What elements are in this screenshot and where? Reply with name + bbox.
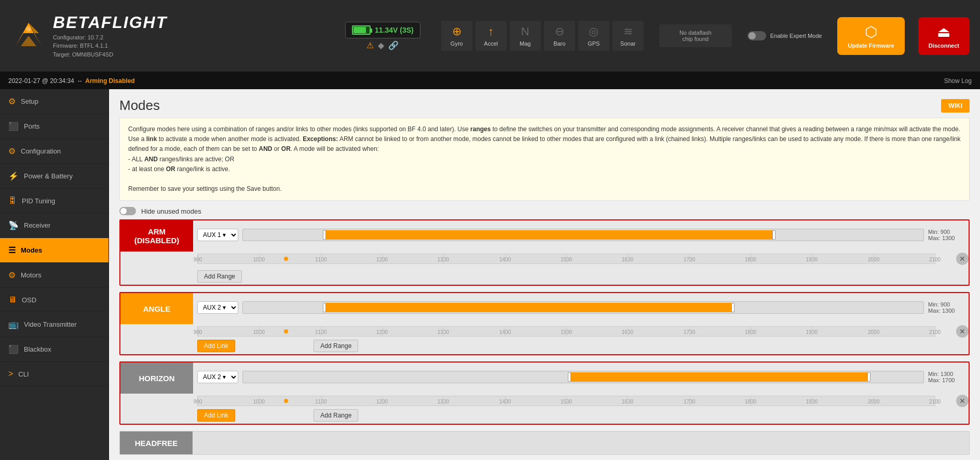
sidebar-item-receiver-label: Receiver [24,221,50,229]
show-log-button[interactable]: Show Log [944,77,972,85]
pid-tuning-icon: 🎛 [8,196,17,205]
gps-label: GPS [588,40,600,47]
mode-horizon-handle-left[interactable] [568,372,571,382]
disconnect-button[interactable]: ⏏ Disconnect [918,17,970,55]
sidebar-item-cli[interactable]: > CLI [0,362,108,386]
sidebar-item-osd-label: OSD [22,296,36,304]
tick-1000 [259,254,260,263]
tick-1800 [751,254,751,263]
logo-beta: BETA [53,13,101,32]
sensor-baro[interactable]: ⊖ Baro [544,21,575,51]
mode-angle-range-row: AUX 2 ▾ Min: 900 Max: 1300 [197,301,964,314]
mode-angle-handle-right[interactable] [731,303,734,312]
sidebar-item-modes-label: Modes [21,246,42,254]
mode-horizon-aux-select[interactable]: AUX 2 ▾ [197,371,238,383]
sidebar-item-motors[interactable]: ⚙ Motors [0,263,108,288]
osd-icon: 🖥 [8,295,17,304]
mode-horizon-max: Max: 1700 [928,377,964,383]
mag-label: Mag [520,40,530,47]
logo-sub: Configurator: 10.7.2 Firmware: BTFL 4.1.… [53,33,167,59]
mode-headfree-controls [193,440,969,446]
sidebar-item-setup[interactable]: ⚙ Setup [0,89,108,114]
wiki-button[interactable]: WIKI [941,99,970,113]
mode-angle-aux-select[interactable]: AUX 2 ▾ [197,301,238,314]
expert-mode-toggle[interactable]: Enable Expert Mode [747,31,822,40]
mode-angle-row: ANGLE AUX 2 ▾ Min: [120,293,969,324]
info-text-main: Configure modes here using a combination… [128,124,961,155]
configuration-icon: ⚙ [8,146,16,156]
sonar-label: Sonar [620,40,635,47]
sidebar-item-blackbox[interactable]: ⬛ Blackbox [0,337,108,362]
mode-horizon-add-link-button[interactable]: Add Link [197,409,235,422]
mode-arm-ruler-row: 900 1000 1100 1200 1300 1400 1500 1600 1… [120,252,969,268]
sensor-mag[interactable]: N Mag [510,21,541,51]
sidebar-item-power-battery[interactable]: ⚡ Power & Battery [0,164,108,189]
hide-unused-toggle[interactable] [119,207,136,215]
info-text-line3: - at least one OR range/link is active. [128,164,961,174]
sidebar-item-modes[interactable]: ☰ Modes [0,238,108,263]
mode-angle-max: Max: 1300 [928,308,964,314]
sidebar: ⚙ Setup ⬛ Ports ⚙ Configuration ⚡ Power … [0,89,109,460]
mode-horizon-filled [569,372,869,382]
sidebar-item-ports[interactable]: ⬛ Ports [0,114,108,139]
mode-horizon-range-bar[interactable] [242,371,924,383]
sonar-icon: ≋ [623,25,633,38]
power-battery-icon: ⚡ [8,171,19,181]
sidebar-item-video-transmitter[interactable]: 📺 Video Transmitter [0,312,108,337]
sidebar-item-configuration-label: Configuration [21,147,61,155]
sensor-gyro[interactable]: ⊕ Gyro [441,21,472,51]
svg-point-3 [26,26,31,32]
mode-angle-range-bar[interactable] [242,301,924,314]
mode-headfree-label: HEADFREE [120,431,193,454]
mode-arm-remove-button[interactable]: ✕ [956,253,969,265]
hide-unused-label[interactable]: Hide unused modes [141,207,201,215]
info-text-line2: - ALL AND ranges/links are active; OR [128,155,961,164]
mode-horizon-add-range-button[interactable]: Add Range [314,409,358,422]
sensor-sonar[interactable]: ≋ Sonar [612,21,644,51]
mode-arm-aux-select[interactable]: AUX 1 ▾ [197,229,238,241]
mode-angle-remove-button[interactable]: ✕ [956,325,969,338]
mode-horizon-remove-button[interactable]: ✕ [956,395,969,407]
sensor-accel[interactable]: ↑ Accel [475,21,507,51]
mode-horizon-handle-right[interactable] [867,372,870,382]
mode-arm-handle-left[interactable] [323,230,326,240]
mode-arm-range-row: AUX 1 ▾ Min: 900 Max: 1300 [197,229,964,241]
mode-horizon-indicator [284,399,288,403]
mode-angle-handle-left[interactable] [323,303,326,312]
main-layout: ⚙ Setup ⬛ Ports ⚙ Configuration ⚡ Power … [0,89,980,460]
content-area: Modes WIKI Configure modes here using a … [109,89,980,460]
mode-angle-add-range-button[interactable]: Add Range [314,340,358,352]
mode-horizon-controls: AUX 2 ▾ Min: 1300 Max: 1700 [193,363,969,394]
blackbox-icon: ⬛ [8,344,19,354]
sidebar-item-pid-tuning-label: PID Tuning [22,197,55,205]
logo-betaflight: BETAFLIGHT [53,13,167,32]
warning-icons: ⚠ ◆ 🔗 [366,40,399,50]
tick-1700 [689,254,690,263]
sidebar-item-receiver[interactable]: 📡 Receiver [0,213,108,238]
expert-mode-switch[interactable] [747,31,766,40]
mode-arm-wrapper: ARM(DISABLED) AUX 1 ▾ [119,219,970,286]
mode-angle-wrapper: ANGLE AUX 2 ▾ Min: [119,292,970,355]
baro-label: Baro [553,40,565,47]
hide-unused-knob [120,208,127,214]
page-header: Modes WIKI [109,89,980,118]
sidebar-item-osd[interactable]: 🖥 OSD [0,288,108,312]
accel-icon: ↑ [488,25,494,38]
mode-horizon-minmax: Min: 1300 Max: 1700 [928,371,964,383]
mode-arm-label: ARM(DISABLED) [120,220,193,252]
update-firmware-button[interactable]: ⬡ Update Firmware [837,17,904,55]
mode-arm-add-range-button[interactable]: Add Range [197,270,242,283]
sidebar-item-configuration[interactable]: ⚙ Configuration [0,139,108,164]
mode-arm-handle-right[interactable] [772,230,775,240]
mode-angle-add-link-button[interactable]: Add Link [197,340,235,352]
mode-arm-range-bar[interactable] [242,229,924,241]
status-bar: 2022-01-27 @ 20:34:34 -- Arming Disabled… [0,73,980,89]
mode-horizon-ruler-row: 900 1000 1100 1200 1300 1400 1500 1600 1… [120,394,969,408]
gps-icon: ◎ [589,25,598,38]
sidebar-item-pid-tuning[interactable]: 🎛 PID Tuning [0,189,108,213]
sensor-gps[interactable]: ◎ GPS [578,21,609,51]
tick-1200 [382,254,383,263]
hide-unused-row: Hide unused modes [119,207,970,215]
diamond-icon: ◆ [378,40,384,50]
receiver-icon: 📡 [8,220,19,230]
